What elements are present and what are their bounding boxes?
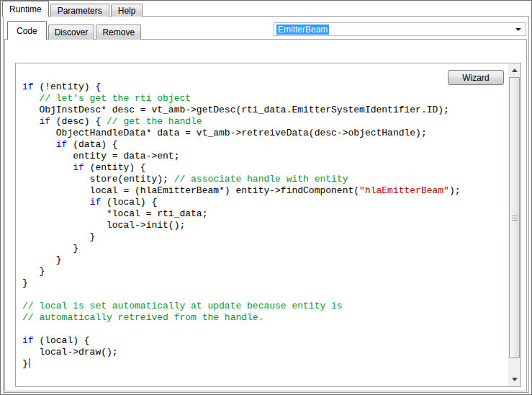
code-line: } xyxy=(22,266,508,278)
code-line: if (entity) { xyxy=(22,162,508,174)
code-line: // automatically retreived from the hand… xyxy=(22,312,508,324)
code-editor[interactable]: if (!entity) { // let's get the rti obje… xyxy=(15,63,521,387)
code-line: local->init(); xyxy=(22,220,508,231)
code-line: } xyxy=(22,231,508,243)
code-panel: if (!entity) { // let's get the rti obje… xyxy=(4,39,527,391)
scroll-down-button[interactable] xyxy=(508,373,520,386)
scroll-up-button[interactable] xyxy=(508,64,520,76)
code-line: local = (hlaEmitterBeam*) entity->findCo… xyxy=(22,185,508,197)
code-line: local->draw(); xyxy=(22,347,508,358)
tab-discover[interactable]: Discover xyxy=(48,25,95,40)
scrollbar-thumb[interactable] xyxy=(509,77,520,358)
triangle-down-icon xyxy=(512,378,518,381)
code-line: if (local) { xyxy=(22,197,508,208)
code-line: if (local) { xyxy=(22,335,508,347)
plugin-window: Runtime Parameters Help Code Discover Re… xyxy=(0,0,532,395)
code-line: // let's get the rti object xyxy=(22,93,508,105)
code-line: *local = rti_data; xyxy=(22,208,508,220)
wizard-button[interactable]: Wizard xyxy=(448,70,504,85)
code-line: } xyxy=(22,278,508,289)
triangle-up-icon xyxy=(512,68,518,72)
object-class-combobox[interactable]: EmitterBeam xyxy=(274,22,526,36)
tab-code[interactable]: Code xyxy=(7,21,47,40)
code-text[interactable]: if (!entity) { // let's get the rti obje… xyxy=(16,63,508,386)
code-line: ObjectHandleData* data = vt_amb->retreiv… xyxy=(22,128,508,139)
tab-remove[interactable]: Remove xyxy=(96,25,141,40)
code-line xyxy=(22,289,508,301)
code-line xyxy=(22,324,508,335)
tab-parameters[interactable]: Parameters xyxy=(50,4,109,17)
code-line: if (!entity) { xyxy=(22,81,508,93)
tab-runtime[interactable]: Runtime xyxy=(2,1,49,17)
tab-help[interactable]: Help xyxy=(111,4,143,17)
scrollbar-grip-icon xyxy=(512,216,518,221)
code-line: if (desc) { // get the handle xyxy=(22,116,508,128)
main-tabbar: Runtime Parameters Help xyxy=(2,1,144,17)
chevron-down-icon[interactable] xyxy=(515,28,521,31)
code-tabbar: Code Discover Remove xyxy=(7,21,143,40)
code-line: } xyxy=(22,254,508,266)
code-line: } xyxy=(22,358,508,370)
code-line: ObjInstDesc* desc = vt_amb->getDesc(rti_… xyxy=(22,105,508,116)
runtime-panel: Code Discover Remove EmitterBeam if (!en… xyxy=(3,16,529,393)
vertical-scrollbar[interactable] xyxy=(508,63,520,386)
code-line: if (data) { xyxy=(22,139,508,151)
code-line: } xyxy=(22,243,508,254)
code-line: // local is set automatically at update … xyxy=(22,301,508,312)
code-line: store(entity); // associate handle with … xyxy=(22,174,508,185)
code-line: entity = data->ent; xyxy=(22,151,508,162)
text-caret xyxy=(29,358,30,368)
combobox-selected-value: EmitterBeam xyxy=(276,25,329,35)
